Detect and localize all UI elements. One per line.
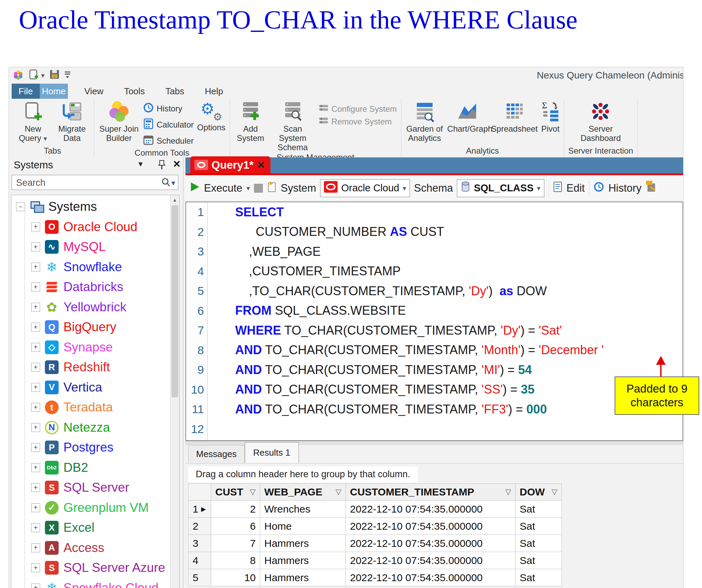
sql-line-1[interactable]: SELECT	[208, 202, 682, 222]
new-query-button[interactable]: New Query ▾	[15, 101, 51, 143]
menu-tab-file[interactable]: File	[12, 84, 40, 99]
save-icon[interactable]	[49, 69, 60, 81]
expand-expander-icon[interactable]: +	[31, 242, 40, 251]
cell-cust[interactable]: 6	[211, 518, 260, 535]
tab-close-icon[interactable]: ✕	[257, 159, 265, 171]
cell-cust[interactable]: 8	[211, 552, 260, 569]
cell-cust[interactable]: 10	[211, 569, 260, 586]
table-row-5[interactable]: 510Hammers2022-12-10 07:54:35.000000Sat	[188, 569, 562, 586]
table-row-2[interactable]: 26Home2022-12-10 07:54:35.000000Sat	[188, 518, 562, 535]
menu-tab-home[interactable]: Home	[40, 84, 68, 99]
tree-item-mysql[interactable]: +∿MySQL	[31, 237, 106, 256]
expand-expander-icon[interactable]: +	[31, 503, 40, 512]
menu-tab-view[interactable]: View	[74, 84, 114, 99]
table-row-3[interactable]: 37Hammers2022-12-10 07:54:35.000000Sat	[188, 535, 562, 552]
column-header-cust[interactable]: CUST▽	[211, 483, 260, 501]
clipped-toolbar-icon[interactable]	[645, 180, 659, 196]
expand-expander-icon[interactable]: +	[31, 543, 40, 552]
expand-expander-icon[interactable]: +	[31, 363, 40, 372]
new-query-quick-icon[interactable]	[29, 69, 38, 82]
expand-expander-icon[interactable]: +	[31, 483, 40, 492]
panel-menu-caret-icon[interactable]: ▾	[138, 159, 143, 169]
garden-of-analytics-button[interactable]: Garden of Analytics	[406, 101, 444, 143]
sql-line-6[interactable]: FROM SQL_CLASS.WEBSITE	[208, 301, 682, 321]
row-number-cell[interactable]: 5	[188, 569, 211, 586]
search-input[interactable]: Search ▾	[12, 175, 178, 190]
calculator-button[interactable]: Calculator	[143, 118, 194, 131]
sql-code[interactable]: SELECTCUSTOMER_NUMBER AS CUST,WEB_PAGE,C…	[208, 202, 682, 440]
cell-web-page[interactable]: Wrenches	[260, 501, 346, 518]
table-row-4[interactable]: 48Hammers2022-12-10 07:54:35.000000Sat	[188, 552, 562, 569]
configure-system-button[interactable]: Configure System	[318, 104, 397, 114]
tree-item-synapse[interactable]: +◇Synapse	[31, 338, 113, 357]
cell-cust[interactable]: 7	[211, 535, 260, 552]
customize-toolbar-icon[interactable]	[64, 70, 71, 80]
system-combobox[interactable]: Oracle Cloud ▾	[320, 179, 410, 197]
sql-line-5[interactable]: ,TO_CHAR(CUSTOMER_TIMESTAMP, 'Dy') as DO…	[208, 281, 682, 301]
filter-icon[interactable]: ▽	[552, 488, 557, 496]
server-dashboard-button[interactable]: Server Dashboard	[580, 101, 621, 143]
cell-web-page[interactable]: Hammers	[260, 552, 346, 569]
row-number-cell[interactable]: 1▶	[188, 501, 211, 518]
scroll-up-icon[interactable]: ▲	[170, 195, 179, 205]
tree-item-yellowbrick[interactable]: +✿Yellowbrick	[31, 298, 126, 317]
tree-item-netezza[interactable]: +NNetezza	[31, 418, 110, 437]
search-options-caret-icon[interactable]: ▾	[171, 179, 175, 188]
expand-expander-icon[interactable]: +	[31, 263, 40, 272]
execute-play-icon[interactable]	[190, 182, 200, 195]
cell-dow[interactable]: Sat	[516, 518, 562, 535]
cell-web-page[interactable]: Home	[260, 518, 346, 535]
cell-customer-timestamp[interactable]: 2022-12-10 07:54:35.000000	[346, 552, 516, 569]
edit-icon[interactable]	[553, 181, 562, 195]
scan-system-schema-button[interactable]: Scan System Schema	[270, 101, 315, 152]
tab-messages[interactable]: Messages	[188, 445, 245, 463]
row-number-cell[interactable]: 4	[188, 552, 211, 569]
history-label[interactable]: History	[608, 182, 641, 194]
remove-system-button[interactable]: Remove System	[318, 117, 397, 127]
new-query-caret-icon[interactable]: ▾	[41, 71, 45, 80]
search-icon[interactable]	[161, 177, 171, 189]
column-header-customer-timestamp[interactable]: CUSTOMER_TIMESTAMP▽	[346, 483, 516, 501]
expand-expander-icon[interactable]: +	[31, 303, 40, 312]
sql-editor[interactable]: 123456789101112 SELECTCUSTOMER_NUMBER AS…	[185, 202, 683, 441]
cell-dow[interactable]: Sat	[516, 535, 562, 552]
tree-item-db2[interactable]: +Db2DB2	[31, 458, 88, 477]
history-clock-icon[interactable]	[593, 181, 604, 195]
expand-expander-icon[interactable]: +	[31, 523, 40, 532]
query-tab[interactable]: Query1* ✕	[190, 156, 270, 173]
tree-item-vertica[interactable]: +VVertica	[31, 378, 102, 397]
expand-expander-icon[interactable]: +	[31, 443, 40, 452]
tree-item-teradata[interactable]: +tTeradata	[31, 398, 113, 417]
expand-expander-icon[interactable]: +	[31, 283, 40, 291]
sql-line-2[interactable]: CUSTOMER_NUMBER AS CUST	[208, 222, 682, 242]
expand-expander-icon[interactable]: +	[31, 584, 40, 588]
column-header-web-page[interactable]: WEB_PAGE▽	[260, 483, 346, 501]
execute-caret-icon[interactable]: ▾	[246, 184, 250, 192]
pivot-button[interactable]: Σ Pivot	[541, 101, 560, 133]
stop-icon[interactable]	[254, 184, 263, 193]
cell-customer-timestamp[interactable]: 2022-12-10 07:54:35.000000	[346, 501, 516, 518]
sql-line-10[interactable]: AND TO_CHAR(CUSTOMER_TIMESTAMP, 'SS') = …	[208, 380, 682, 400]
cell-cust[interactable]: 2	[211, 501, 260, 518]
tree-item-snowflake[interactable]: +❄Snowflake	[31, 257, 122, 277]
scheduler-button[interactable]: Scheduler	[143, 134, 194, 147]
expand-expander-icon[interactable]: +	[31, 343, 40, 352]
tree-item-snowflake-cloud[interactable]: +❄Snowflake Cloud	[31, 578, 159, 588]
cell-customer-timestamp[interactable]: 2022-12-10 07:54:35.000000	[346, 569, 516, 586]
tree-item-sql-server[interactable]: +SSQL Server	[31, 478, 129, 497]
filter-icon[interactable]: ▽	[250, 488, 256, 496]
options-button[interactable]: ⚙⚙ Options	[197, 101, 226, 132]
cell-customer-timestamp[interactable]: 2022-12-10 07:54:35.000000	[346, 518, 516, 535]
tree-item-bigquery[interactable]: +QBigQuery	[31, 317, 116, 337]
explain-page-icon[interactable]	[267, 181, 277, 196]
super-join-builder-button[interactable]: Super Join Builder	[98, 101, 140, 143]
menu-tab-tabs[interactable]: Tabs	[155, 84, 195, 99]
scrollbar-thumb[interactable]	[171, 205, 178, 397]
sql-line-11[interactable]: AND TO_CHAR(CUSTOMER_TIMESTAMP, 'FF3') =…	[208, 399, 682, 419]
tree-item-sql-server-azure[interactable]: +SSQL Server Azure	[31, 558, 165, 577]
schema-combobox[interactable]: SQL_CLASS ▾	[457, 179, 544, 197]
tree-item-excel[interactable]: +XExcel	[31, 518, 94, 537]
expand-expander-icon[interactable]: +	[31, 423, 40, 432]
column-header-dow[interactable]: DOW▽	[516, 483, 562, 501]
sql-line-7[interactable]: WHERE TO_CHAR(CUSTOMER_TIMESTAMP, 'Dy') …	[208, 321, 682, 340]
